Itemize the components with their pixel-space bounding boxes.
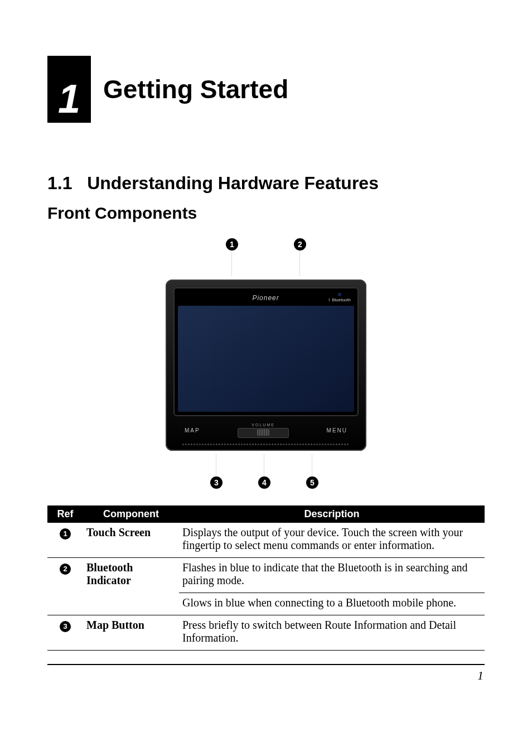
callout-4: 4 [258, 454, 270, 489]
bluetooth-led-icon [338, 293, 341, 296]
callout-number: 1 [226, 238, 238, 251]
table-header-description: Description [179, 505, 485, 523]
bluetooth-label: ᚼ Bluetooth [328, 297, 351, 302]
table-cell-description: Displays the output of your device. Touc… [179, 523, 485, 558]
ref-badge: 1 [60, 528, 71, 540]
chapter-decoration-bar [47, 56, 91, 75]
table-cell-ref: 3 [47, 615, 83, 651]
table-cell-ref: 2 [47, 558, 83, 615]
menu-button-label: MENU [327, 427, 347, 434]
table-cell-component: Map Button [83, 615, 179, 651]
table-header-row: Ref Component Description [47, 505, 485, 523]
ref-badge: 3 [60, 621, 71, 632]
device-figure: 1 2 Pioneer ᚼ Bluetooth [160, 238, 372, 489]
table-cell-component: Bluetooth Indicator [83, 558, 179, 615]
subsection-heading: Front Components [47, 204, 485, 223]
volume-thumb-icon [257, 429, 269, 436]
device: Pioneer ᚼ Bluetooth MAP VOLUME [166, 280, 366, 451]
speaker-grille-icon [182, 444, 350, 445]
callout-line [264, 454, 265, 476]
table-cell-ref: 1 [47, 523, 83, 558]
callout-number: 4 [258, 476, 270, 489]
device-bezel-top: Pioneer ᚼ Bluetooth [178, 292, 354, 306]
page: 1 Getting Started 1.1 Understanding Hard… [0, 0, 532, 756]
map-button-label: MAP [185, 427, 200, 434]
section-title: Understanding Hardware Features [87, 173, 379, 193]
ref-badge: 2 [60, 564, 71, 575]
components-table: Ref Component Description 1 Touch Screen… [47, 505, 485, 651]
table-cell-component: Touch Screen [83, 523, 179, 558]
chapter-number: 1 [47, 75, 91, 123]
callout-number: 2 [294, 238, 306, 251]
volume-control: VOLUME [238, 423, 289, 438]
callout-line [312, 454, 313, 476]
table-row: 3 Map Button Press briefly to switch bet… [47, 615, 485, 651]
callout-number: 3 [210, 476, 223, 489]
device-brand: Pioneer [204, 294, 328, 302]
section-heading: 1.1 Understanding Hardware Features [47, 173, 485, 194]
table-row: 2 Bluetooth Indicator Flashes in blue to… [47, 558, 485, 593]
volume-slider [238, 428, 289, 438]
table-header-component: Component [83, 505, 179, 523]
page-number: 1 [47, 668, 485, 683]
device-controls: MAP VOLUME MENU [173, 421, 359, 440]
bluetooth-glyph-icon: ᚼ [328, 297, 331, 302]
callout-2: 2 [294, 238, 306, 276]
table-row: 1 Touch Screen Displays the output of yo… [47, 523, 485, 558]
table-cell-description: Flashes in blue to indicate that the Blu… [179, 558, 485, 593]
bluetooth-label-text: Bluetooth [332, 297, 351, 302]
table-cell-description: Glows in blue when connecting to a Bluet… [179, 593, 485, 615]
device-screen-frame: Pioneer ᚼ Bluetooth [173, 287, 359, 416]
callout-number: 5 [306, 476, 318, 489]
device-touchscreen [178, 306, 354, 412]
callout-line [231, 251, 233, 276]
bluetooth-indicator: ᚼ Bluetooth [328, 293, 351, 302]
volume-label: VOLUME [252, 423, 275, 427]
callout-line [299, 251, 301, 276]
section-number: 1.1 [47, 173, 72, 193]
callout-3: 3 [210, 454, 223, 489]
table-header-ref: Ref [47, 505, 83, 523]
callout-line [216, 454, 217, 476]
callout-1: 1 [226, 238, 238, 276]
chapter-heading: 1 Getting Started [47, 56, 485, 123]
chapter-title: Getting Started [103, 74, 288, 104]
table-cell-description: Press briefly to switch between Route In… [179, 615, 485, 651]
figure-callouts-bottom: 3 4 5 [158, 454, 370, 489]
footer-rule [47, 664, 485, 665]
figure-callouts-top: 1 2 [160, 238, 372, 276]
callout-5: 5 [306, 454, 318, 489]
chapter-number-block: 1 [47, 56, 91, 123]
